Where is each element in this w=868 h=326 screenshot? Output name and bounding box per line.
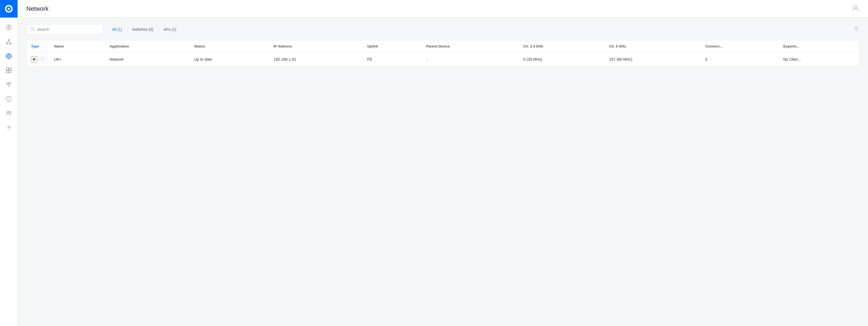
svg-point-2 bbox=[8, 8, 10, 10]
search-box[interactable] bbox=[26, 24, 103, 35]
cell-status: Up to date bbox=[190, 53, 269, 66]
svg-line-31 bbox=[33, 30, 35, 31]
col-header-connect[interactable]: Connect... bbox=[701, 40, 779, 53]
svg-point-13 bbox=[8, 55, 10, 57]
sidebar-navigation bbox=[0, 18, 17, 326]
sidebar-item-layouts[interactable] bbox=[2, 64, 16, 77]
cell-type bbox=[27, 53, 50, 66]
col-header-ch24[interactable]: Ch. 2.4 GHz bbox=[519, 40, 604, 53]
col-header-parent[interactable]: Parent Device bbox=[422, 40, 519, 53]
sidebar-item-dashboard[interactable] bbox=[2, 21, 16, 34]
tab-divider-2 bbox=[158, 27, 159, 32]
svg-point-35 bbox=[41, 58, 43, 60]
cell-name: U6+ bbox=[50, 53, 105, 66]
col-header-ch5[interactable]: Ch. 5 GHz bbox=[605, 40, 701, 53]
devices-icon bbox=[5, 53, 12, 59]
svg-point-26 bbox=[7, 111, 9, 113]
svg-rect-18 bbox=[6, 68, 8, 70]
sidebar-item-users[interactable] bbox=[2, 107, 16, 120]
layouts-icon bbox=[5, 67, 12, 73]
cell-uplink: FE bbox=[363, 53, 422, 66]
tab-aps[interactable]: APs (1) bbox=[159, 25, 181, 34]
svg-point-28 bbox=[8, 127, 10, 128]
svg-point-6 bbox=[8, 39, 9, 40]
cell-ch5: 157 (80 MHz) bbox=[605, 53, 701, 66]
dashboard-icon bbox=[5, 24, 12, 31]
devices-table-container: Type Name Application Status IP Address … bbox=[26, 40, 859, 66]
alerts-icon bbox=[5, 96, 12, 102]
toolbar: All (1) Switches (0) APs (1) bbox=[26, 24, 859, 35]
sidebar bbox=[0, 0, 18, 326]
users-icon bbox=[5, 110, 12, 116]
sidebar-item-wifi[interactable] bbox=[2, 78, 16, 91]
svg-rect-21 bbox=[9, 70, 11, 73]
search-icon bbox=[30, 27, 35, 32]
svg-line-10 bbox=[9, 40, 11, 43]
svg-point-29 bbox=[855, 6, 857, 8]
topology-icon bbox=[5, 38, 12, 45]
filter-icon-button[interactable] bbox=[853, 26, 859, 32]
cell-application: Network bbox=[105, 53, 190, 66]
svg-point-4 bbox=[8, 27, 10, 28]
page-title: Network bbox=[26, 5, 49, 12]
tab-switches[interactable]: Switches (0) bbox=[128, 25, 158, 34]
table-header-row: Type Name Application Status IP Address … bbox=[27, 40, 859, 53]
cell-connect: 0 bbox=[701, 53, 779, 66]
svg-point-30 bbox=[31, 27, 34, 30]
col-header-application[interactable]: Application bbox=[105, 40, 190, 53]
header: Network bbox=[18, 0, 868, 18]
device-icon bbox=[39, 56, 45, 62]
col-header-experience[interactable]: Experie... bbox=[779, 40, 859, 53]
sidebar-item-settings[interactable] bbox=[2, 121, 16, 134]
user-profile-icon[interactable] bbox=[852, 5, 859, 13]
cell-experience: No Clien... bbox=[779, 53, 859, 66]
cell-parent: - bbox=[422, 53, 519, 66]
filter-icon bbox=[853, 26, 859, 32]
col-header-name[interactable]: Name bbox=[50, 40, 105, 53]
settings-icon bbox=[5, 124, 12, 131]
sidebar-item-alerts[interactable] bbox=[2, 92, 16, 106]
svg-point-7 bbox=[6, 43, 7, 44]
svg-point-8 bbox=[10, 43, 11, 44]
user-icon bbox=[852, 5, 859, 12]
sidebar-item-topology[interactable] bbox=[2, 35, 16, 48]
col-header-status[interactable]: Status bbox=[190, 40, 269, 53]
main-content: Network All (1) bbox=[18, 0, 868, 326]
svg-line-9 bbox=[7, 40, 9, 43]
tab-divider-1 bbox=[127, 27, 127, 32]
status-dot-container bbox=[31, 56, 37, 62]
svg-rect-19 bbox=[9, 68, 11, 70]
svg-point-27 bbox=[9, 112, 11, 113]
col-header-type[interactable]: Type bbox=[27, 40, 50, 53]
col-header-ip[interactable]: IP Address bbox=[269, 40, 363, 53]
cell-ip: 192.168.1.41 bbox=[269, 53, 363, 66]
sidebar-item-devices[interactable] bbox=[2, 50, 16, 63]
search-input[interactable] bbox=[37, 27, 99, 32]
circle-icon bbox=[41, 58, 44, 61]
col-header-uplink[interactable]: Uplink bbox=[363, 40, 422, 53]
status-dot bbox=[33, 58, 35, 61]
table-row[interactable]: U6+ Network Up to date 192.168.1.41 FE -… bbox=[27, 53, 859, 66]
wifi-icon bbox=[5, 81, 12, 88]
cell-ch24: 6 (20 MHz) bbox=[519, 53, 604, 66]
devices-table: Type Name Application Status IP Address … bbox=[27, 40, 859, 66]
content-area: All (1) Switches (0) APs (1) Ty bbox=[18, 18, 868, 326]
sidebar-logo[interactable] bbox=[0, 0, 18, 18]
filter-tabs: All (1) Switches (0) APs (1) bbox=[107, 25, 181, 34]
svg-point-22 bbox=[8, 86, 9, 87]
tab-all[interactable]: All (1) bbox=[107, 25, 127, 34]
svg-rect-20 bbox=[6, 70, 8, 73]
